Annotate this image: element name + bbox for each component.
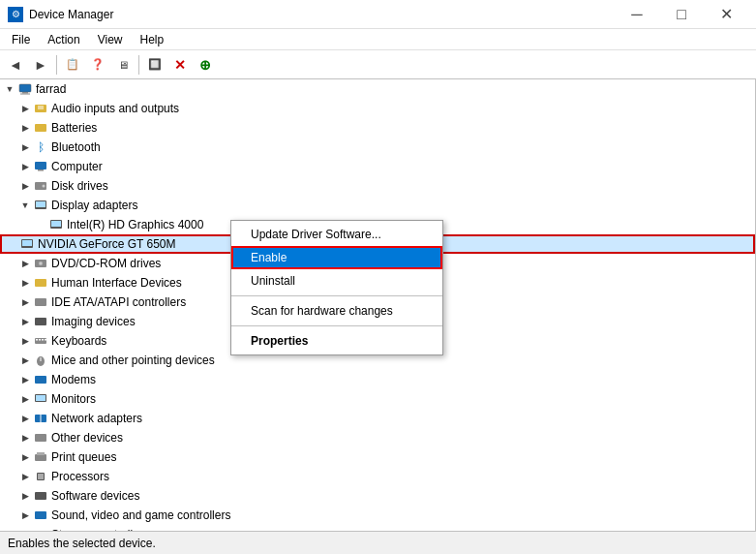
tree-item-software[interactable]: ▶ Software devices: [0, 486, 755, 506]
close-button[interactable]: ✕: [704, 0, 748, 29]
toolbar: ◄ ► 📋 ❓ 🖥 🔲 ✕ ⊕: [0, 50, 756, 79]
keyboards-label: Keyboards: [51, 334, 106, 348]
back-button[interactable]: ◄: [4, 53, 27, 77]
expand-mice[interactable]: ▶: [17, 353, 33, 368]
tree-item-processors[interactable]: ▶ Processors: [0, 467, 755, 486]
ctx-update[interactable]: Update Driver Software...: [231, 223, 442, 246]
nvidia-label: NVIDIA GeForce GT 650M: [38, 237, 176, 251]
hid-label: Human Interface Devices: [51, 276, 182, 290]
expand-modems[interactable]: ▶: [17, 372, 33, 387]
expand-diskdrives[interactable]: ▶: [17, 178, 33, 194]
ctx-properties[interactable]: Properties: [231, 329, 442, 353]
bluetooth-label: Bluetooth: [51, 140, 101, 154]
properties-button[interactable]: 📋: [61, 53, 84, 77]
svg-rect-26: [45, 339, 46, 341]
intel-label: Intel(R) HD Graphics 4000: [67, 218, 203, 231]
expand-farrad[interactable]: ▼: [2, 81, 17, 97]
tree-item-computer[interactable]: ▶ Computer: [0, 157, 755, 176]
svg-rect-25: [42, 339, 44, 341]
tree-item-modems[interactable]: ▶ Modems: [0, 370, 755, 389]
title-bar: ⚙ Device Manager ─ □ ✕: [0, 0, 756, 29]
svg-rect-29: [35, 376, 46, 384]
expand-batteries[interactable]: ▶: [17, 120, 33, 136]
diskdrives-icon: [33, 178, 48, 194]
expand-processors[interactable]: ▶: [17, 469, 33, 484]
svg-rect-24: [39, 339, 41, 341]
batteries-label: Batteries: [51, 121, 97, 135]
storage-icon: [33, 527, 48, 531]
device-info-button[interactable]: 🖥: [111, 53, 135, 77]
network-label: Network adapters: [51, 412, 142, 425]
tree-item-batteries[interactable]: ▶ Batteries: [0, 118, 755, 138]
menu-action[interactable]: Action: [40, 31, 87, 48]
expand-displayadapters[interactable]: ▼: [17, 198, 33, 213]
window-title: Device Manager: [29, 8, 615, 21]
expand-storage[interactable]: ▶: [17, 527, 33, 531]
svg-rect-8: [38, 169, 44, 171]
computer-category-icon: [33, 159, 48, 174]
disable-button[interactable]: 🔲: [143, 53, 166, 77]
svg-rect-0: [19, 84, 31, 92]
ctx-enable[interactable]: Enable: [231, 246, 442, 269]
tree-item-network[interactable]: ▶ Network adapters: [0, 409, 755, 428]
svg-rect-23: [36, 339, 38, 341]
forward-button[interactable]: ►: [29, 53, 52, 77]
app-icon: ⚙: [8, 7, 23, 22]
expand-print[interactable]: ▶: [17, 449, 33, 465]
intel-icon: [48, 217, 64, 232]
menu-help[interactable]: Help: [133, 31, 172, 48]
menu-file[interactable]: File: [4, 31, 38, 48]
ctx-uninstall[interactable]: Uninstall: [231, 269, 442, 292]
tree-item-monitors[interactable]: ▶ Monitors: [0, 389, 755, 409]
monitors-icon: [33, 391, 48, 407]
tree-item-farrad[interactable]: ▼ farrad: [0, 79, 755, 99]
tree-item-other[interactable]: ▶ Other devices: [0, 428, 755, 447]
maximize-button[interactable]: □: [659, 0, 704, 29]
expand-imaging[interactable]: ▶: [17, 314, 33, 329]
tree-item-print[interactable]: ▶ Print queues: [0, 447, 755, 467]
mice-icon: [33, 353, 48, 368]
ctx-separator-1: [231, 295, 442, 296]
expand-keyboards[interactable]: ▶: [17, 333, 33, 349]
tree-item-storage[interactable]: ▶ Storage controllers: [0, 525, 755, 531]
minimize-button[interactable]: ─: [615, 0, 659, 29]
tree-item-audio[interactable]: ▶ Audio inputs and outputs: [0, 99, 755, 118]
svg-rect-2: [20, 94, 30, 95]
ctx-scan[interactable]: Scan for hardware changes: [231, 299, 442, 323]
toolbar-separator-1: [56, 55, 57, 75]
tree-item-sound[interactable]: ▶ Sound, video and game controllers: [0, 506, 755, 525]
expand-network[interactable]: ▶: [17, 411, 33, 426]
expand-sound[interactable]: ▶: [17, 508, 33, 523]
expand-other[interactable]: ▶: [17, 430, 33, 446]
window-controls: ─ □ ✕: [615, 0, 748, 29]
expand-hid[interactable]: ▶: [17, 275, 33, 291]
ide-icon: [33, 294, 48, 310]
svg-rect-21: [35, 318, 46, 325]
diskdrives-label: Disk drives: [51, 179, 108, 193]
expand-dvd[interactable]: ▶: [17, 256, 33, 271]
tree-item-diskdrives[interactable]: ▶ Disk drives: [0, 176, 755, 196]
update-driver-button[interactable]: ❓: [86, 53, 109, 77]
menu-bar: File Action View Help: [0, 29, 756, 50]
expand-monitors[interactable]: ▶: [17, 391, 33, 407]
tree-item-bluetooth[interactable]: ▶ ᛒ Bluetooth: [0, 138, 755, 157]
audio-icon: [33, 101, 48, 116]
svg-rect-1: [22, 92, 28, 94]
expand-computer[interactable]: ▶: [17, 159, 33, 174]
menu-view[interactable]: View: [90, 31, 131, 48]
ctx-separator-2: [231, 325, 442, 326]
svg-rect-40: [35, 511, 46, 519]
computer-icon: [17, 81, 33, 97]
uninstall-button[interactable]: ✕: [168, 53, 192, 77]
expand-software[interactable]: ▶: [17, 488, 33, 504]
batteries-icon: [33, 120, 48, 136]
tree-item-displayadapters[interactable]: ▼ Display adapters: [0, 196, 755, 215]
bluetooth-icon: ᛒ: [33, 139, 48, 155]
svg-rect-16: [22, 240, 32, 246]
scan-button[interactable]: ⊕: [194, 53, 217, 77]
toolbar-separator-2: [138, 55, 139, 75]
expand-ide[interactable]: ▶: [17, 294, 33, 310]
expand-audio[interactable]: ▶: [17, 101, 33, 116]
computer-label: Computer: [51, 160, 103, 173]
expand-bluetooth[interactable]: ▶: [17, 139, 33, 155]
